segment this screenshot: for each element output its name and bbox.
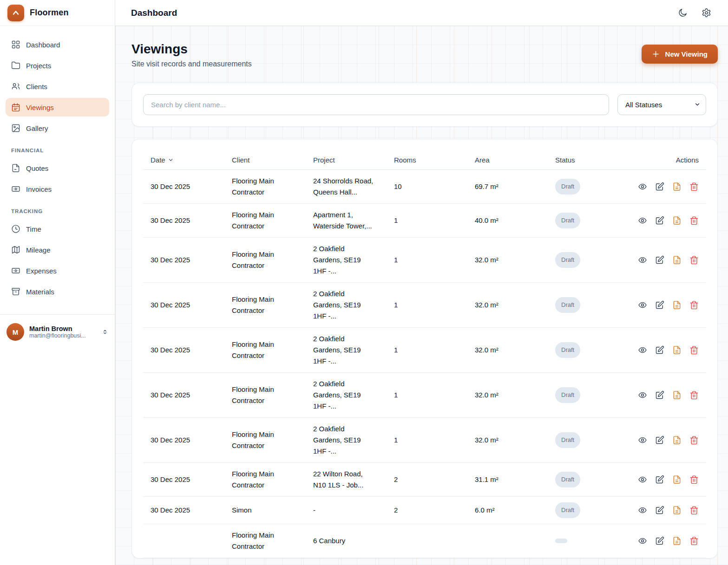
file-text-icon — [672, 216, 682, 225]
sidebar-item-materials[interactable]: Materials — [6, 282, 109, 301]
delete-button[interactable] — [689, 536, 699, 546]
chevron-up-icon — [11, 8, 20, 18]
view-button[interactable] — [638, 182, 647, 191]
cell-project: 6 Canbury — [306, 524, 387, 558]
trash-icon — [689, 182, 699, 191]
document-button[interactable] — [672, 475, 682, 484]
edit-button[interactable] — [655, 255, 664, 265]
sidebar-item-time[interactable]: Time — [6, 220, 109, 238]
cell-date: 30 Dec 2025 — [143, 170, 224, 204]
edit-button[interactable] — [655, 390, 664, 400]
table-row[interactable]: Flooring Main Contractor 6 Canbury — [143, 524, 706, 558]
edit-button[interactable] — [655, 506, 664, 515]
document-button[interactable] — [672, 435, 682, 445]
table-row[interactable]: 30 Dec 2025 Flooring Main Contractor Apa… — [143, 204, 706, 238]
document-button[interactable] — [672, 182, 682, 191]
table-row[interactable]: 30 Dec 2025 Flooring Main Contractor 2 O… — [143, 283, 706, 328]
status-badge: Draft — [555, 342, 580, 358]
document-button[interactable] — [672, 390, 682, 400]
view-button[interactable] — [638, 345, 647, 355]
edit-button[interactable] — [655, 435, 664, 445]
user-menu[interactable]: M Martin Brown martin@flooringbusi... — [0, 314, 115, 349]
view-button[interactable] — [638, 300, 647, 310]
trash-icon — [689, 390, 699, 400]
edit-button[interactable] — [655, 536, 664, 546]
delete-button[interactable] — [689, 390, 699, 400]
edit-button[interactable] — [655, 182, 664, 191]
page-header-text: Viewings Site visit records and measurem… — [131, 42, 252, 68]
cell-date: 30 Dec 2025 — [143, 463, 224, 497]
sidebar-item-clients[interactable]: Clients — [6, 77, 109, 96]
cell-status: Draft — [548, 170, 629, 204]
table-row[interactable]: 30 Dec 2025 Flooring Main Contractor 22 … — [143, 463, 706, 497]
table-row[interactable]: 30 Dec 2025 Flooring Main Contractor 2 O… — [143, 238, 706, 283]
document-button[interactable] — [672, 216, 682, 225]
status-badge: Draft — [555, 387, 580, 403]
status-badge — [555, 539, 567, 543]
edit-icon — [655, 475, 664, 484]
cell-client: Flooring Main Contractor — [224, 170, 306, 204]
sidebar-item-dashboard[interactable]: Dashboard — [6, 35, 109, 54]
delete-button[interactable] — [689, 216, 699, 225]
delete-button[interactable] — [689, 255, 699, 265]
table-row[interactable]: 30 Dec 2025 Simon - 2 6.0 m² Draft — [143, 497, 706, 524]
cell-client: Flooring Main Contractor — [224, 238, 306, 283]
sidebar-item-projects[interactable]: Projects — [6, 56, 109, 75]
cell-actions — [629, 524, 706, 558]
cell-rooms: 2 — [387, 463, 467, 497]
sidebar-item-viewings[interactable]: Viewings — [6, 98, 109, 117]
delete-button[interactable] — [689, 345, 699, 355]
sidebar-item-mileage[interactable]: Mileage — [6, 240, 109, 259]
eye-icon — [638, 506, 647, 515]
cell-project: 2 Oakfield Gardens, SE19 1HF -... — [306, 418, 387, 463]
edit-button[interactable] — [655, 475, 664, 484]
delete-button[interactable] — [689, 182, 699, 191]
eye-icon — [638, 390, 647, 400]
view-button[interactable] — [638, 536, 647, 546]
edit-button[interactable] — [655, 216, 664, 225]
cell-client: Flooring Main Contractor — [224, 283, 306, 328]
document-button[interactable] — [672, 300, 682, 310]
document-button[interactable] — [672, 506, 682, 515]
cell-status: Draft — [548, 238, 629, 283]
view-button[interactable] — [638, 435, 647, 445]
view-button[interactable] — [638, 216, 647, 225]
sidebar-item-invoices[interactable]: Invoices — [6, 180, 109, 198]
sidebar-item-label: Dashboard — [26, 41, 60, 49]
view-button[interactable] — [638, 390, 647, 400]
view-button[interactable] — [638, 475, 647, 484]
sidebar-item-label: Time — [26, 225, 41, 233]
settings-button[interactable] — [701, 7, 712, 19]
cell-area: 69.7 m² — [467, 170, 548, 204]
new-viewing-button[interactable]: New Viewing — [642, 45, 718, 64]
cell-actions — [629, 373, 706, 418]
cell-rooms: 1 — [387, 328, 467, 373]
status-badge: Draft — [555, 472, 580, 487]
search-input[interactable] — [143, 94, 609, 115]
sidebar-item-gallery[interactable]: Gallery — [6, 119, 109, 137]
document-button[interactable] — [672, 345, 682, 355]
delete-button[interactable] — [689, 506, 699, 515]
view-button[interactable] — [638, 255, 647, 265]
cell-actions — [629, 283, 706, 328]
delete-button[interactable] — [689, 300, 699, 310]
dark-mode-toggle[interactable] — [677, 7, 689, 19]
document-button[interactable] — [672, 255, 682, 265]
sidebar-item-expenses[interactable]: Expenses — [6, 261, 109, 280]
table-row[interactable]: 30 Dec 2025 Flooring Main Contractor 2 O… — [143, 418, 706, 463]
edit-button[interactable] — [655, 300, 664, 310]
column-header-date[interactable]: Date — [143, 150, 224, 170]
status-filter-select[interactable]: All Statuses — [617, 94, 706, 115]
table-row[interactable]: 30 Dec 2025 Flooring Main Contractor 24 … — [143, 170, 706, 204]
view-button[interactable] — [638, 506, 647, 515]
delete-button[interactable] — [689, 475, 699, 484]
sidebar-item-quotes[interactable]: Quotes — [6, 159, 109, 177]
delete-button[interactable] — [689, 435, 699, 445]
table-row[interactable]: 30 Dec 2025 Flooring Main Contractor 2 O… — [143, 328, 706, 373]
table-row[interactable]: 30 Dec 2025 Flooring Main Contractor 2 O… — [143, 373, 706, 418]
sidebar-item-label: Quotes — [26, 164, 48, 172]
users-icon — [11, 82, 20, 91]
edit-button[interactable] — [655, 345, 664, 355]
document-button[interactable] — [672, 536, 682, 546]
edit-icon — [655, 182, 664, 191]
